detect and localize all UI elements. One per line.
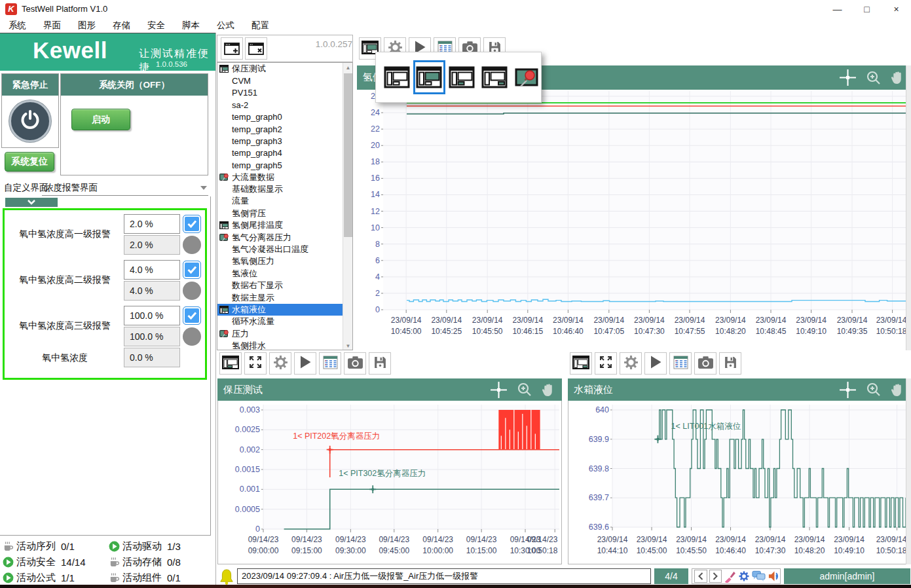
alarm-enable-checkbox[interactable] (183, 306, 201, 325)
popup-split-3[interactable] (447, 62, 476, 92)
tree-item-14[interactable]: 氢气分离器压力 (217, 231, 344, 243)
tree-item-23[interactable]: 氢侧排水 (217, 340, 344, 350)
zoom-in-icon[interactable] (866, 70, 882, 86)
tree-item-13[interactable]: 氢侧尾排温度 (217, 219, 344, 231)
right-scrollbar[interactable] (906, 65, 911, 350)
hand-icon[interactable] (542, 382, 555, 397)
scroll-up-icon[interactable]: ▲ (343, 63, 353, 73)
popup-split-1[interactable] (382, 62, 411, 92)
menu-item-5[interactable]: 脚本 (174, 18, 208, 33)
scrollbar-thumb[interactable] (344, 73, 352, 237)
chat-icon[interactable] (752, 570, 766, 582)
close-button[interactable]: × (882, 0, 911, 18)
svg-text:10:47:05: 10:47:05 (593, 327, 624, 336)
tree-item-11[interactable]: 流量 (217, 195, 344, 207)
popup-split-4[interactable] (480, 62, 509, 92)
popup-split-2[interactable] (415, 62, 444, 92)
alarm-enable-checkbox[interactable] (183, 215, 201, 233)
user-badge[interactable]: admin[admin] (784, 568, 910, 584)
tree-item-9[interactable]: 大流量数据 (217, 172, 344, 183)
tree-item-6[interactable]: temp_graph3 (217, 135, 344, 147)
br-play-button[interactable] (644, 352, 667, 375)
tree-item-2[interactable]: PV151 (217, 87, 344, 99)
crosshair-icon[interactable] (839, 381, 857, 399)
start-button[interactable]: 启动 (71, 109, 130, 130)
alarm-set-input[interactable]: 4.0 % (124, 260, 180, 280)
emergency-stop-button[interactable] (9, 100, 51, 142)
tree-item-20[interactable]: 水箱液位 (217, 304, 344, 316)
window-add-button[interactable] (221, 37, 243, 60)
bl-play-button[interactable] (294, 352, 316, 375)
alarm-set-input[interactable]: 100.0 % (124, 306, 180, 325)
bl-layout-b-button[interactable] (219, 352, 242, 375)
collapse-tab[interactable] (5, 198, 58, 207)
tree-item-10[interactable]: 基础数据显示 (217, 183, 344, 195)
status-count: 1/1 (61, 572, 75, 583)
bl-save-button[interactable] (369, 352, 391, 375)
tree-item-4[interactable]: temp_graph0 (217, 111, 344, 123)
bl-chart[interactable]: 00.00050.0010.00150.0020.00250.00309/14/… (217, 401, 562, 564)
br-camera-button[interactable] (694, 352, 716, 375)
system-reset-button[interactable]: 系统复位 (5, 152, 54, 172)
menu-item-0[interactable]: 系统 (0, 18, 35, 33)
right-scrollbar-2[interactable] (906, 378, 911, 564)
zoom-in-icon[interactable] (866, 382, 882, 397)
brush-icon[interactable] (724, 570, 736, 583)
scroll-down-icon[interactable]: ▼ (343, 341, 353, 350)
tree-item-18[interactable]: 数据右下显示 (217, 280, 344, 291)
tree-item-1[interactable]: CVM (217, 75, 344, 86)
main-chart[interactable]: 0246810121416182022242623/09/1410:45:002… (357, 90, 911, 350)
menu-item-4[interactable]: 安全 (139, 18, 174, 33)
crosshair-icon[interactable] (490, 381, 508, 399)
maximize-button[interactable]: □ (852, 0, 882, 18)
tree-item-19[interactable]: 数据主显示 (217, 291, 344, 303)
br-gear-button[interactable] (620, 352, 642, 375)
tree-item-16[interactable]: 氢氧侧压力 (217, 255, 344, 267)
tree-item-label: 氢液位 (232, 268, 257, 280)
tree-item-15[interactable]: 氢气冷凝器出口温度 (217, 244, 344, 255)
br-save-button[interactable] (719, 352, 741, 375)
zoom-in-icon[interactable] (517, 382, 532, 397)
menu-item-6[interactable]: 公式 (208, 18, 243, 33)
chevron-down-icon[interactable] (200, 186, 207, 190)
br-chart[interactable]: 639.6639.7639.8639.964023/09/1410:44:102… (568, 401, 911, 564)
bl-camera-button[interactable] (344, 352, 366, 375)
menu-item-1[interactable]: 界面 (35, 18, 69, 33)
next-page-button[interactable] (709, 570, 722, 583)
bl-expand-button[interactable] (244, 352, 267, 375)
hand-icon[interactable] (891, 70, 904, 85)
tree-item-3[interactable]: sa-2 (217, 99, 344, 111)
hand-icon[interactable] (891, 382, 904, 397)
popup-pin-screen[interactable] (512, 62, 541, 92)
status-label: 活动驱动 (122, 540, 162, 553)
table-icon (673, 356, 688, 372)
alarm-enable-checkbox[interactable] (183, 261, 201, 279)
tree-item-12[interactable]: 氢侧背压 (217, 208, 344, 219)
svg-text:23/09/14: 23/09/14 (512, 316, 543, 325)
speaker-icon[interactable] (768, 570, 780, 582)
bl-table-button[interactable] (319, 352, 341, 375)
menu-item-2[interactable]: 图形 (69, 18, 104, 33)
tree-scrollbar[interactable]: ▲ ▼ (343, 63, 352, 350)
menu-item-7[interactable]: 配置 (243, 18, 278, 33)
gear-blue-icon[interactable] (738, 570, 750, 582)
minimize-button[interactable]: — (823, 0, 852, 18)
tree-item-0[interactable]: 保压测试 (217, 63, 344, 75)
alarm-set-input[interactable]: 2.0 % (124, 214, 180, 234)
tree-item-7[interactable]: temp_graph4 (217, 147, 344, 159)
tree-item-5[interactable]: temp_graph2 (217, 123, 344, 135)
crosshair-icon[interactable] (839, 69, 857, 86)
tree-item-8[interactable]: temp_graph5 (217, 159, 344, 171)
prev-page-button[interactable] (694, 570, 707, 583)
window-close-button[interactable] (245, 37, 267, 60)
br-expand-button[interactable] (595, 352, 617, 375)
tree-item-22[interactable]: 压力 (217, 328, 344, 340)
menu-item-3[interactable]: 存储 (104, 18, 139, 33)
tree-item-21[interactable]: 循环水流量 (217, 316, 344, 327)
tree-item-17[interactable]: 氢液位 (217, 268, 344, 280)
notification-field[interactable]: 2023/09/14 09:27:09.4 : Air压力低一级报警_Air压力… (237, 568, 651, 584)
br-layout-c-button[interactable] (570, 352, 592, 375)
custom-ui-select[interactable]: 浓度报警界面 (45, 182, 98, 194)
bl-gear-button[interactable] (269, 352, 291, 375)
br-table-button[interactable] (669, 352, 692, 375)
